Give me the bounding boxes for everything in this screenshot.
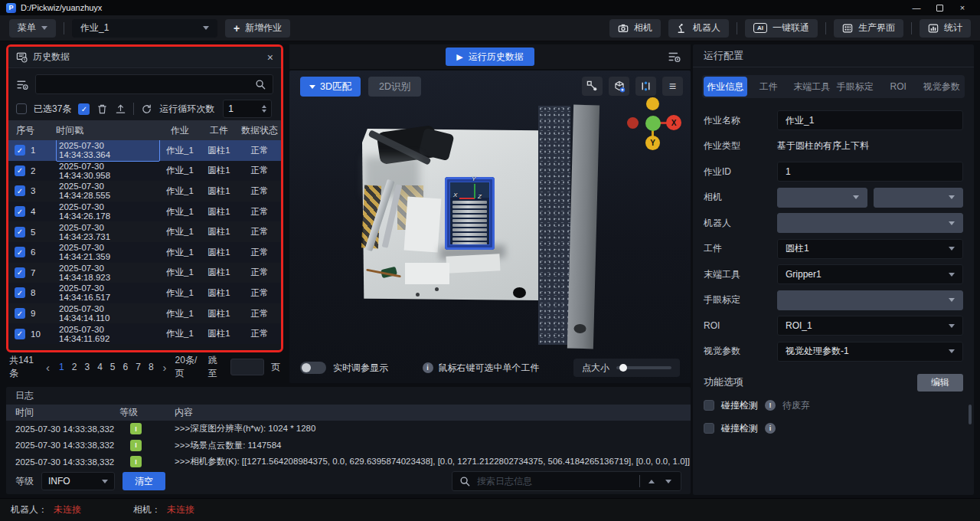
add-cube-tool-button[interactable] xyxy=(609,77,629,96)
log-level-select[interactable]: INFO xyxy=(41,472,115,490)
job-name-input[interactable] xyxy=(777,110,963,130)
tab-3d-match[interactable]: 3D匹配 xyxy=(300,77,361,97)
step-up-icon[interactable] xyxy=(262,105,266,108)
gizmo-axis-center[interactable] xyxy=(645,116,661,131)
config-tab[interactable]: ROI xyxy=(877,77,920,97)
robot-button[interactable]: 机器人 xyxy=(668,19,729,38)
table-row[interactable]: ✓ 2 2025-07-30 14:34:30.958 作业_1 圆柱1 正常 xyxy=(8,161,281,182)
page-number[interactable]: 1 xyxy=(58,362,65,372)
timestamp-cell[interactable]: 2025-07-30 14:34:21.359 xyxy=(56,241,160,264)
timestamp-cell[interactable]: 2025-07-30 14:34:14.110 xyxy=(56,302,160,325)
page-number[interactable]: 2 xyxy=(71,362,78,372)
camera-button[interactable]: 相机 xyxy=(609,19,661,38)
maximize-button[interactable] xyxy=(928,0,951,15)
point-size-slider[interactable] xyxy=(616,366,671,369)
prev-page-icon[interactable]: ‹ xyxy=(44,361,51,374)
row-checkbox[interactable]: ✓ xyxy=(15,267,25,278)
table-row[interactable]: ✓ 6 2025-07-30 14:34:21.359 作业_1 圆柱1 正常 xyxy=(8,242,281,263)
node-link-tool-button[interactable] xyxy=(582,77,603,96)
table-row[interactable]: ✓ 3 2025-07-30 14:34:28.555 作业_1 圆柱1 正常 xyxy=(8,181,281,202)
row-checkbox[interactable]: ✓ xyxy=(15,227,25,238)
filter-settings-icon[interactable] xyxy=(16,78,29,91)
config-tab[interactable]: 作业信息 xyxy=(704,77,747,97)
loop-count-input[interactable] xyxy=(228,103,251,114)
gizmo-axis-x[interactable]: X xyxy=(666,115,681,130)
gizmo-axis-top[interactable] xyxy=(646,97,659,110)
step-down-icon[interactable] xyxy=(262,110,266,113)
trash-icon[interactable] xyxy=(96,103,108,115)
minimize-button[interactable]: — xyxy=(905,0,928,15)
search-icon[interactable] xyxy=(255,79,266,90)
select-all-checkbox[interactable] xyxy=(16,103,27,114)
job-id-input[interactable] xyxy=(777,162,963,182)
jump-page-input[interactable] xyxy=(230,359,264,375)
search-prev-button[interactable] xyxy=(646,480,657,483)
menu-button[interactable]: 菜单 xyxy=(9,19,56,38)
timestamp-cell[interactable]: 2025-07-30 14:34:30.958 xyxy=(56,159,160,182)
gizmo-axis-left[interactable] xyxy=(627,117,639,129)
log-row[interactable]: 2025-07-30 14:33:38,332 I >>>深度图分辨率(h*w)… xyxy=(6,421,691,437)
collision-checkbox-2[interactable] xyxy=(704,423,714,434)
production-view-button[interactable]: 生产界面 xyxy=(834,19,903,38)
table-row[interactable]: ✓ 10 2025-07-30 14:34:11.692 作业_1 圆柱1 正常 xyxy=(8,323,281,344)
page-number[interactable]: 7 xyxy=(135,362,142,372)
realtime-toggle[interactable] xyxy=(300,362,326,374)
table-row[interactable]: ✓ 7 2025-07-30 14:34:18.923 作业_1 圆柱1 正常 xyxy=(8,263,281,283)
roi-select[interactable]: ROI_1 xyxy=(777,316,963,336)
pointcloud-viewport[interactable]: 3D匹配 2D识别 ≡ X Y xyxy=(289,70,691,383)
run-history-button[interactable]: ▶ 运行历史数据 xyxy=(446,48,534,66)
timestamp-cell[interactable]: 2025-07-30 14:34:11.692 xyxy=(56,323,160,346)
row-checkbox[interactable]: ✓ xyxy=(15,329,25,339)
new-job-button[interactable]: + 新增作业 xyxy=(225,19,290,38)
gizmo-axis-y[interactable]: Y xyxy=(645,136,660,150)
ai-link-button[interactable]: AI 一键联通 xyxy=(745,19,818,38)
multi-select-icon[interactable]: ✓ xyxy=(78,103,90,115)
handeye-select[interactable] xyxy=(777,290,963,310)
tab-2d-recognize[interactable]: 2D识别 xyxy=(368,77,421,97)
close-icon[interactable]: × xyxy=(267,51,273,64)
row-checkbox[interactable]: ✓ xyxy=(15,308,25,319)
page-number[interactable]: 4 xyxy=(96,362,103,372)
page-number[interactable]: 5 xyxy=(109,362,116,372)
row-checkbox[interactable]: ✓ xyxy=(15,206,25,217)
config-tab[interactable]: 视觉参数 xyxy=(920,77,964,97)
row-checkbox[interactable]: ✓ xyxy=(15,247,25,257)
table-row[interactable]: ✓ 8 2025-07-30 14:34:16.517 作业_1 圆柱1 正常 xyxy=(8,283,281,303)
refresh-icon[interactable] xyxy=(141,103,152,115)
next-page-icon[interactable]: › xyxy=(162,361,168,374)
history-search-input[interactable] xyxy=(42,79,255,90)
config-tab[interactable]: 手眼标定 xyxy=(834,77,877,97)
log-row[interactable]: 2025-07-30 14:33:38,332 I >>>场景点云数量: 114… xyxy=(6,437,691,454)
vision-select[interactable]: 视觉处理参数-1 xyxy=(777,342,963,362)
clear-log-button[interactable]: 清空 xyxy=(122,472,165,490)
camera-select-2[interactable] xyxy=(874,188,964,208)
table-row[interactable]: ✓ 4 2025-07-30 14:34:26.178 作业_1 圆柱1 正常 xyxy=(8,202,281,222)
tool-select[interactable]: Gripper1 xyxy=(777,264,963,284)
slider-knob[interactable] xyxy=(619,364,627,372)
job-select[interactable]: 作业_1 xyxy=(72,19,217,38)
viewport-menu-button[interactable]: ≡ xyxy=(662,77,683,96)
table-row[interactable]: ✓ 5 2025-07-30 14:34:23.731 作业_1 圆柱1 正常 xyxy=(8,221,281,242)
timestamp-cell[interactable]: 2025-07-30 14:34:26.178 xyxy=(56,200,160,223)
measure-tool-button[interactable] xyxy=(635,77,656,96)
table-row[interactable]: ✓ 1 2025-07-30 14:34:33.364 作业_1 圆柱1 正常 xyxy=(8,140,281,161)
display-settings-icon[interactable] xyxy=(668,50,681,64)
timestamp-cell[interactable]: 2025-07-30 14:34:23.731 xyxy=(56,221,160,244)
config-tab[interactable]: 末端工具 xyxy=(790,77,834,97)
robot-select[interactable] xyxy=(777,213,963,233)
timestamp-cell[interactable]: 2025-07-30 14:34:16.517 xyxy=(56,281,160,304)
table-row[interactable]: ✓ 9 2025-07-30 14:34:14.110 作业_1 圆柱1 正常 xyxy=(8,303,281,324)
log-row[interactable]: 2025-07-30 14:33:38,332 I >>>相机参数(K): [[… xyxy=(6,454,691,468)
page-number[interactable]: 3 xyxy=(83,362,90,372)
collision-checkbox-1[interactable] xyxy=(704,400,714,411)
export-icon[interactable] xyxy=(115,103,126,115)
log-search-input[interactable] xyxy=(477,476,633,487)
part-select[interactable]: 圆柱1 xyxy=(777,239,963,259)
scrollbar-thumb[interactable] xyxy=(969,405,972,424)
timestamp-cell[interactable]: 2025-07-30 14:34:18.923 xyxy=(56,261,160,284)
page-number[interactable]: 6 xyxy=(122,362,129,372)
close-button[interactable]: × xyxy=(951,0,974,15)
row-checkbox[interactable]: ✓ xyxy=(15,287,25,298)
camera-select-1[interactable] xyxy=(777,188,867,208)
stats-button[interactable]: 统计 xyxy=(920,19,971,38)
